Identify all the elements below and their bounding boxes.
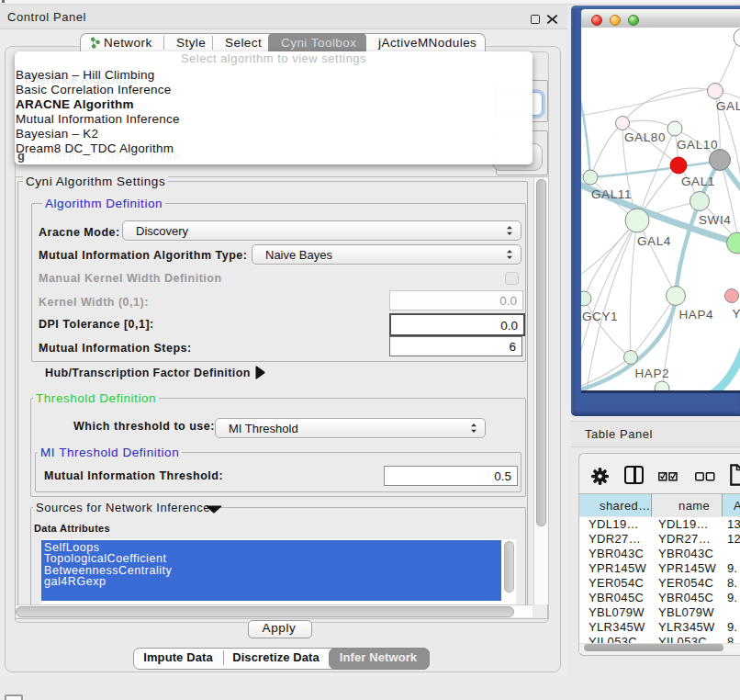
svg-text:HAP2: HAP2 xyxy=(635,367,670,380)
svg-text:GCY1: GCY1 xyxy=(582,310,618,323)
svg-text:GAL7: GAL7 xyxy=(716,99,740,113)
svg-text:GAL10: GAL10 xyxy=(677,138,718,152)
svg-text:GAL4: GAL4 xyxy=(637,234,671,248)
svg-text:GAL11: GAL11 xyxy=(591,187,632,201)
svg-text:HAP4: HAP4 xyxy=(679,308,714,322)
svg-text:GAL1: GAL1 xyxy=(681,175,715,188)
svg-text:SWI4: SWI4 xyxy=(699,213,731,227)
svg-text:Y: Y xyxy=(733,307,740,321)
svg-text:GAL80: GAL80 xyxy=(624,130,666,144)
